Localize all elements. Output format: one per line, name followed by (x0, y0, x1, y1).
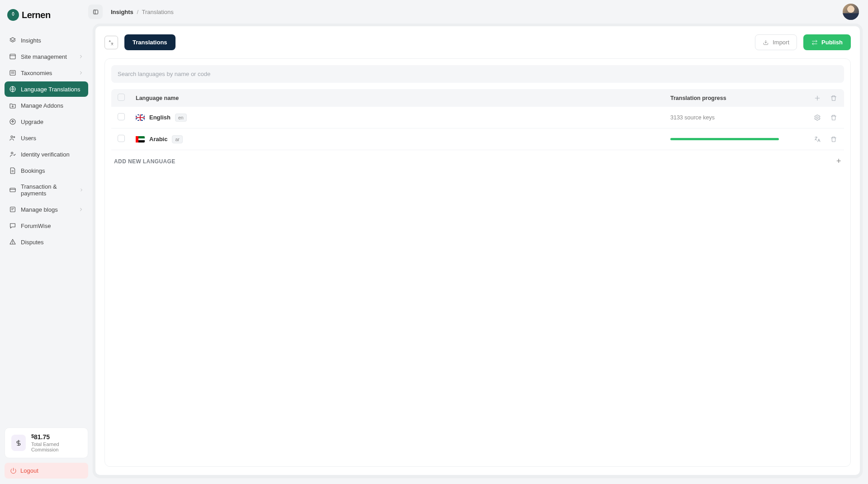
sidebar-item-manage-addons[interactable]: Manage Addons (5, 98, 88, 113)
checkbox-row[interactable] (118, 113, 125, 120)
search-wrap (111, 65, 844, 83)
svg-rect-26 (93, 10, 98, 14)
card-icon (9, 186, 16, 194)
brand-name: Lernen (22, 10, 51, 20)
sidebar-item-label: Identity verification (21, 151, 70, 158)
sidebar-item-label: Manage blogs (21, 206, 58, 213)
folder-plus-icon (9, 102, 16, 109)
sidebar-item-transactions[interactable]: Transaction & payments (5, 179, 88, 201)
message-icon (9, 222, 16, 229)
sidebar-item-disputes[interactable]: Disputes (5, 234, 88, 250)
trash-icon[interactable] (830, 114, 838, 122)
panel-icon (9, 53, 16, 60)
language-code-badge: en (175, 114, 187, 122)
sidebar-item-language-translations[interactable]: Language Translations (5, 81, 88, 97)
content-card: A文 Translations Import Publish (93, 24, 863, 478)
sidebar-nav: Insights Site management Taxonomies Lang… (5, 33, 88, 427)
publish-label: Publish (821, 39, 843, 46)
sidebar-item-label: Taxonomies (21, 70, 52, 76)
language-name: English (149, 114, 171, 121)
layers-icon (9, 37, 16, 44)
add-language-row[interactable]: ADD NEW LANGUAGE + (111, 150, 844, 172)
commission-amount: $81.75 (31, 433, 81, 441)
user-check-icon (9, 151, 16, 158)
sidebar-item-upgrade[interactable]: Upgrade (5, 114, 88, 129)
sidebar-item-label: Language Translations (21, 86, 81, 93)
arrow-up-circle-icon (9, 118, 16, 125)
chevron-right-icon (78, 54, 84, 59)
progress-text: 3133 source keys (670, 114, 715, 121)
sidebar-item-bookings[interactable]: Bookings (5, 163, 88, 178)
trash-header-icon[interactable] (830, 94, 838, 102)
sidebar-item-label: Users (21, 135, 36, 142)
chevron-right-icon (78, 207, 84, 212)
sidebar-item-identity-verification[interactable]: Identity verification (5, 147, 88, 162)
checkbox-all[interactable] (118, 94, 125, 101)
flag-ae-icon (136, 136, 145, 142)
sidebar-item-taxonomies[interactable]: Taxonomies (5, 65, 88, 81)
file-icon (9, 167, 16, 174)
table-row[interactable]: English en 3133 source keys (111, 107, 844, 128)
import-label: Import (773, 39, 789, 46)
avatar[interactable] (843, 4, 859, 20)
svg-point-14 (11, 152, 13, 154)
svg-marker-0 (10, 38, 15, 41)
gear-icon[interactable] (813, 114, 821, 122)
svg-point-13 (14, 137, 15, 138)
sidebar-item-site-management[interactable]: Site management (5, 49, 88, 64)
plus-icon[interactable]: + (836, 157, 841, 166)
import-icon (763, 39, 769, 46)
breadcrumb-separator: / (137, 9, 138, 15)
flag-uk-icon (136, 114, 145, 121)
checkbox-row[interactable] (118, 135, 125, 142)
svg-point-12 (11, 136, 13, 138)
svg-rect-3 (10, 71, 15, 76)
sidebar-item-label: ForumWise (21, 223, 51, 229)
sidebar: Lernen Insights Site management Taxonomi… (0, 0, 93, 484)
sidebar-collapse-button[interactable] (88, 5, 103, 19)
chevron-right-icon (79, 187, 84, 193)
sidebar-item-label: Disputes (21, 239, 44, 246)
progress-bar (670, 138, 779, 140)
blog-icon (9, 206, 16, 213)
import-button[interactable]: Import (755, 34, 797, 50)
breadcrumb-parent[interactable]: Insights (111, 9, 133, 15)
sidebar-item-users[interactable]: Users (5, 130, 88, 146)
svg-rect-1 (10, 54, 15, 59)
column-header-progress: Translation progress (670, 95, 802, 101)
breadcrumb: Insights / Translations (111, 9, 174, 15)
svg-rect-19 (10, 207, 15, 212)
sidebar-item-label: Transaction & payments (21, 183, 75, 197)
brand-logo[interactable]: Lernen (5, 5, 88, 28)
add-column-icon[interactable] (813, 94, 821, 102)
commission-label: Total Earned Commission (31, 441, 81, 452)
panel-left-icon (92, 9, 99, 15)
svg-text:A: A (109, 40, 111, 43)
column-header-name: Language name (133, 95, 670, 101)
sidebar-item-forumwise[interactable]: ForumWise (5, 218, 88, 233)
add-language-label: ADD NEW LANGUAGE (114, 158, 175, 165)
sidebar-item-label: Site management (21, 53, 67, 60)
power-icon (10, 467, 17, 474)
search-input[interactable] (117, 66, 839, 82)
sidebar-item-label: Upgrade (21, 119, 43, 125)
sidebar-item-label: Insights (21, 37, 41, 44)
logout-button[interactable]: Logout (5, 463, 88, 479)
languages-panel: Language name Translation progress (104, 58, 851, 467)
tab-translations[interactable]: Translations (124, 34, 175, 50)
tab-label: Translations (133, 39, 167, 46)
trash-icon[interactable] (830, 135, 838, 143)
svg-rect-17 (10, 188, 15, 192)
sidebar-item-manage-blogs[interactable]: Manage blogs (5, 202, 88, 217)
language-name: Arabic (149, 136, 167, 142)
sidebar-item-insights[interactable]: Insights (5, 33, 88, 48)
translate-row-icon[interactable] (813, 135, 821, 143)
table-row[interactable]: Arabic ar (111, 128, 844, 150)
sidebar-item-label: Bookings (21, 167, 45, 174)
language-code-badge: ar (172, 135, 182, 143)
globe-icon (9, 85, 16, 93)
translate-icon: A文 (104, 36, 118, 49)
svg-text:文: 文 (111, 42, 114, 45)
table-header: Language name Translation progress (111, 89, 844, 107)
publish-button[interactable]: Publish (803, 34, 851, 50)
